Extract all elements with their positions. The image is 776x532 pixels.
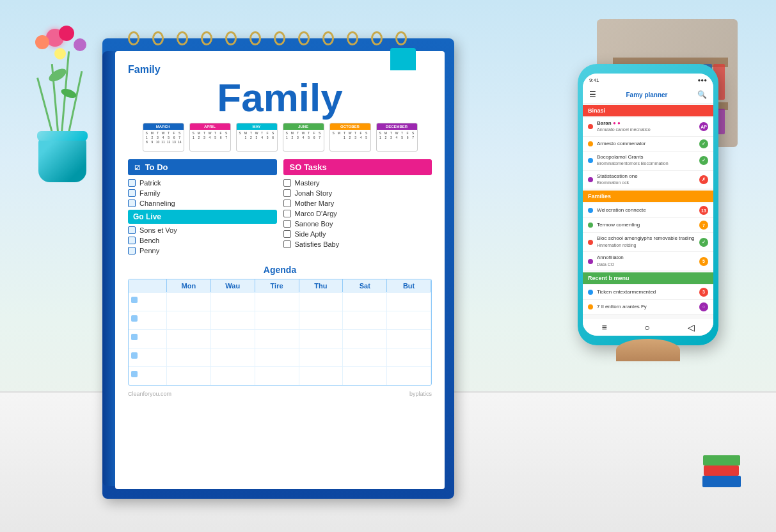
schedule-title: Agenda <box>128 265 432 275</box>
phone-item-1-1[interactable]: Baran ● ● Annulato cancel mecnatico AP <box>583 118 713 137</box>
todo-check-5 <box>128 226 136 234</box>
schedule-section: Agenda Mon Wau Tire Thu Sat But <box>128 265 432 386</box>
phone-badge-1-1: AP <box>699 122 708 131</box>
todo-check-3 <box>128 199 136 207</box>
schedule-row-1 <box>129 292 431 311</box>
go-live-row: Go Live <box>128 210 277 224</box>
sched-cell-5-3 <box>255 367 299 385</box>
schedule-row-3 <box>129 329 431 348</box>
mini-cal-header-1: MARCH <box>143 123 184 130</box>
schedule-row-5 <box>129 366 431 385</box>
schedule-header-empty <box>129 279 167 292</box>
mini-cal-2: APRIL SMTWTFS 1234567 <box>189 123 231 152</box>
phone-dot-2-3 <box>588 240 593 245</box>
phone-item-2-3[interactable]: Bloc school amenglyphs removable trading… <box>583 233 713 252</box>
sched-cell-5-2 <box>211 367 255 385</box>
spiral-loop-2 <box>152 31 164 45</box>
phone: 9:41 ●●● ☰ Famy planner 🔍 Binasi <box>578 64 718 345</box>
book-stack-2 <box>704 465 739 476</box>
schedule-row-label-1 <box>129 293 167 311</box>
phone-item-2-2[interactable]: Termow comenting 7 <box>583 218 713 233</box>
so-item-1: Mastery <box>283 179 432 187</box>
row-indicator-3 <box>131 334 138 340</box>
phone-time: 9:41 <box>589 77 599 83</box>
phone-text-2-1: Welecration connecte <box>597 207 695 214</box>
schedule-header-thu: Thu <box>299 279 344 292</box>
schedule-header-mon: Mon <box>167 279 211 292</box>
footer-right: byplatics <box>409 391 432 397</box>
so-text-4: Marco D'Argy <box>295 210 337 217</box>
phone-item-3-2[interactable]: 7 Il enttorn arantes Fy ○ <box>583 300 713 315</box>
sched-cell-5-6 <box>387 367 431 385</box>
phone-item-2-4[interactable]: Annofiliaton Data CO 5 <box>583 252 713 271</box>
phone-nav-menu[interactable]: ≡ <box>601 322 606 332</box>
schedule-row-2 <box>129 311 431 329</box>
phone-text-2-2: Termow comenting <box>597 222 695 228</box>
todo-icon: ☑ <box>134 164 140 171</box>
phone-item-1-2[interactable]: Armesto commenator ✓ <box>583 137 713 152</box>
phone-dot-2-2 <box>588 223 593 228</box>
spiral-loop-5 <box>225 31 237 45</box>
phone-nav-home[interactable]: ○ <box>644 322 649 332</box>
sched-cell-4-5 <box>343 348 387 366</box>
phone-item-1-4[interactable]: Statistacation one Bromination ock ✗ <box>583 171 713 190</box>
todo-check-7 <box>128 247 136 254</box>
so-check-7 <box>283 240 291 248</box>
sched-cell-1-2 <box>211 293 255 311</box>
phone-item-2-1[interactable]: Welecration connecte 13 <box>583 203 713 218</box>
sched-cell-3-2 <box>211 330 255 348</box>
so-tasks-list: Mastery Jonah Story Mother Mary Mar <box>283 179 432 248</box>
todo-list-2: Sons et Voy Bench Penny <box>128 226 277 254</box>
phone-dot-1-3 <box>588 158 593 163</box>
schedule-header-wau: Wau <box>211 279 255 292</box>
so-text-5: Sanone Boy <box>295 220 333 228</box>
todo-check-6 <box>128 237 136 244</box>
phone-item-3-1[interactable]: Ticken entextarmemented 3 <box>583 285 713 300</box>
schedule-row-label-4 <box>129 348 167 366</box>
todo-header-label: To Do <box>145 162 168 172</box>
sched-cell-4-6 <box>387 348 431 366</box>
phone-badge-2-2: 7 <box>699 221 708 230</box>
phone-status-bar: 9:41 ●●● <box>583 74 713 86</box>
phone-text-3-1: Ticken entextarmemented <box>597 289 695 295</box>
sched-cell-1-5 <box>343 293 387 311</box>
phone-nav-back[interactable]: ◁ <box>688 322 695 332</box>
phone-dot-3-1 <box>588 290 593 295</box>
page-footer: Cleanforyou.com byplatics <box>128 391 432 397</box>
todo-check-1 <box>128 179 136 187</box>
phone-app-title: Famy planner <box>626 91 667 98</box>
spiral-loop-6 <box>249 31 261 45</box>
phone-badge-3-1: 3 <box>699 288 708 297</box>
todo-item-3: Channeling <box>128 199 277 207</box>
planner-subtitle: Family <box>128 64 432 75</box>
so-item-7: Satisfies Baby <box>283 240 432 248</box>
phone-search-icon[interactable]: 🔍 <box>697 90 707 99</box>
sched-cell-2-5 <box>343 311 387 329</box>
flower-center <box>54 48 66 59</box>
so-item-6: Side Aptly <box>283 230 432 238</box>
phone-section-header-3: Recent b menu <box>583 272 713 284</box>
so-item-5: Sanone Boy <box>283 220 432 228</box>
schedule-row-label-3 <box>129 330 167 348</box>
planner-tab <box>390 48 416 70</box>
schedule-header-tire: Tire <box>255 279 299 292</box>
row-indicator-5 <box>131 371 138 377</box>
so-item-3: Mother Mary <box>283 199 432 207</box>
phone-item-1-3[interactable]: Bocopolamol Grants Brominatomentomors Bo… <box>583 152 713 171</box>
so-check-2 <box>283 189 291 197</box>
sched-cell-3-6 <box>387 330 431 348</box>
sched-cell-3-5 <box>343 330 387 348</box>
todo-item-7: Penny <box>128 247 277 254</box>
footer-left: Cleanforyou.com <box>128 391 171 397</box>
go-live-label: Go Live <box>133 212 161 221</box>
sched-cell-4-2 <box>211 348 255 366</box>
phone-menu-icon[interactable]: ☰ <box>589 90 596 99</box>
row-indicator-1 <box>131 297 138 303</box>
phone-dot-3-2 <box>588 304 593 309</box>
mini-cal-5: OCTOBER SMTWTFS 12345 <box>329 123 371 152</box>
vase-body <box>38 137 86 182</box>
phone-dot-1-2 <box>588 141 593 146</box>
so-text-3: Mother Mary <box>295 199 335 207</box>
so-check-5 <box>283 220 291 228</box>
planner-title: Family <box>128 78 432 118</box>
